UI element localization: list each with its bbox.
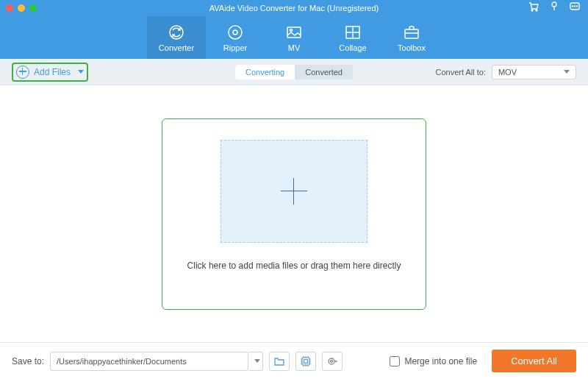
- window-controls: [6, 4, 37, 12]
- menu-mv-label: MV: [288, 43, 301, 52]
- add-files-button[interactable]: Add Files: [12, 63, 88, 82]
- menu-collage-label: Collage: [339, 43, 366, 52]
- feedback-icon[interactable]: [569, 1, 581, 15]
- svg-point-16: [329, 358, 334, 364]
- help-icon[interactable]: [548, 1, 560, 15]
- plus-circle-icon: [16, 65, 29, 79]
- menu-toolbox-label: Toolbox: [398, 43, 426, 52]
- window-title: AVAide Video Converter for Mac (Unregist…: [209, 4, 379, 13]
- header-icons: [528, 1, 581, 15]
- drop-zone[interactable]: Click here to add media files or drag th…: [162, 118, 426, 310]
- tab-converted[interactable]: Converted: [295, 65, 353, 79]
- menu-ripper[interactable]: Ripper: [206, 16, 265, 59]
- minimize-window[interactable]: [18, 4, 25, 12]
- main-menu: Converter Ripper MV Collage Toolbox: [0, 16, 588, 59]
- svg-point-17: [331, 360, 333, 362]
- footer: Save to: /Users/ihappyacethinker/Documen…: [0, 342, 588, 379]
- output-format-select[interactable]: MOV: [492, 65, 576, 79]
- save-path-dropdown[interactable]: [248, 352, 263, 371]
- tab-converting[interactable]: Converting: [235, 65, 295, 79]
- convert-all-to: Convert All to: MOV: [435, 65, 576, 79]
- close-window[interactable]: [6, 4, 13, 12]
- save-path-input[interactable]: /Users/ihappyacethinker/Documents: [50, 352, 248, 371]
- titlebar: AVAide Video Converter for Mac (Unregist…: [0, 0, 588, 16]
- svg-point-9: [233, 30, 237, 35]
- drop-instruction: Click here to add media files or drag th…: [187, 261, 401, 271]
- svg-point-6: [577, 6, 578, 7]
- svg-point-0: [531, 10, 533, 11]
- gpu-accel-button[interactable]: [295, 352, 316, 371]
- plus-icon: [281, 178, 307, 205]
- svg-rect-15: [304, 359, 308, 363]
- browse-folder-button[interactable]: [269, 352, 290, 371]
- cart-icon[interactable]: [528, 1, 539, 15]
- svg-point-2: [552, 2, 556, 7]
- svg-point-4: [573, 6, 573, 7]
- svg-rect-10: [287, 27, 301, 38]
- save-to-label: Save to:: [12, 356, 44, 366]
- menu-converter-label: Converter: [159, 43, 194, 52]
- menu-collage[interactable]: Collage: [323, 16, 382, 59]
- svg-rect-14: [302, 358, 309, 365]
- status-tabs: Converting Converted: [235, 65, 353, 79]
- output-format-value: MOV: [498, 68, 517, 77]
- toolbar: Add Files Converting Converted Convert A…: [0, 59, 588, 85]
- merge-label: Merge into one file: [404, 356, 477, 366]
- merge-checkbox-input[interactable]: [390, 356, 400, 366]
- merge-checkbox[interactable]: Merge into one file: [390, 356, 477, 366]
- chevron-down-icon: [254, 359, 260, 363]
- menu-converter[interactable]: Converter: [147, 16, 206, 59]
- convert-all-button[interactable]: Convert All: [492, 350, 576, 372]
- maximize-window[interactable]: [29, 4, 37, 12]
- add-files-label: Add Files: [34, 67, 71, 77]
- settings-button[interactable]: [322, 352, 343, 371]
- add-media-box[interactable]: [220, 140, 368, 243]
- chevron-down-icon: [564, 70, 570, 74]
- chevron-down-icon: [78, 70, 84, 74]
- menu-mv[interactable]: MV: [265, 16, 323, 59]
- menu-ripper-label: Ripper: [223, 43, 247, 52]
- convert-all-to-label: Convert All to:: [435, 68, 485, 77]
- svg-point-11: [290, 29, 293, 31]
- main-canvas: Click here to add media files or drag th…: [0, 85, 588, 342]
- svg-point-1: [536, 10, 537, 11]
- svg-point-5: [575, 6, 576, 7]
- svg-point-8: [229, 26, 242, 39]
- svg-rect-13: [405, 29, 418, 38]
- menu-toolbox[interactable]: Toolbox: [382, 16, 441, 59]
